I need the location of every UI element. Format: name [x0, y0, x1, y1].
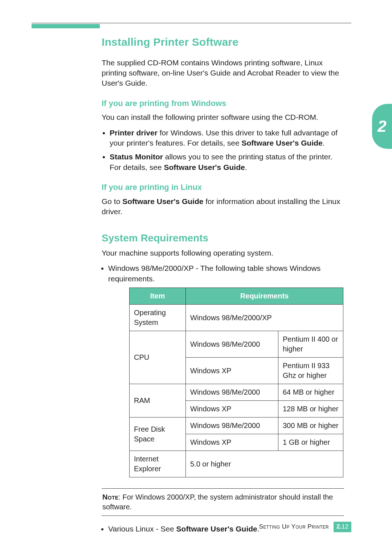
windows-bullet-2: Status Monitor allows you to see the pri… — [110, 152, 344, 172]
table-row: Free Disk Space Windows 98/Me/2000 300 M… — [130, 417, 343, 434]
cell-os: Windows XP — [186, 358, 278, 384]
requirements-table: Item Requirements Operating System Windo… — [129, 288, 343, 477]
cell-os: Windows XP — [186, 401, 278, 417]
cell-req: Pentium II 933 Ghz or higher — [278, 358, 343, 384]
cell-os: Windows 98/Me/2000 — [186, 331, 278, 358]
cell-os: Windows 98/Me/2000 — [186, 417, 278, 434]
sysreq-intro: Your machine supports following operatin… — [102, 248, 344, 258]
cell-os: Windows 98/Me/2000 — [186, 384, 278, 401]
windows-intro: You can install the following printer so… — [102, 112, 344, 122]
section-title: Installing Printer Software — [102, 35, 344, 50]
section-marker-bar — [32, 24, 100, 28]
cell-item: Internet Explorer — [130, 451, 186, 477]
cell-os: Windows XP — [186, 434, 278, 451]
bold-text: Software User's Guide — [122, 197, 203, 205]
table-row: Operating System Windows 98/Me/2000/XP — [130, 305, 343, 331]
page-footer: Setting Up Your Printer 2.12 — [0, 522, 351, 532]
top-horizontal-rule — [32, 23, 351, 23]
linux-paragraph: Go to Software User's Guide for informat… — [102, 196, 344, 217]
note-box: Note: For Windows 2000/XP, the system ad… — [102, 488, 344, 516]
bold-text: Software User's Guide — [164, 163, 245, 171]
cell-item: Free Disk Space — [130, 417, 186, 451]
body-text: . — [245, 163, 247, 171]
page-chapter: 2. — [336, 523, 342, 530]
note-text: : For Windows 2000/XP, the system admini… — [102, 493, 333, 511]
cell-req: 5.0 or higher — [186, 451, 343, 477]
page-number: 12 — [342, 523, 348, 530]
cell-req: Windows 98/Me/2000/XP — [186, 305, 343, 331]
table-row: Internet Explorer 5.0 or higher — [130, 451, 343, 477]
bold-text: Printer driver — [110, 129, 158, 137]
linux-subheading: If you are printing in Linux — [102, 182, 344, 193]
cell-req: 128 MB or higher — [278, 401, 343, 417]
table-header-row: Item Requirements — [130, 288, 343, 305]
page-content: Installing Printer Software The supplied… — [102, 35, 344, 538]
windows-bullet-1: Printer driver for Windows. Use this dri… — [110, 128, 344, 148]
th-requirements: Requirements — [186, 288, 343, 305]
cell-item: CPU — [130, 331, 186, 384]
table-row: RAM Windows 98/Me/2000 64 MB or higher — [130, 384, 343, 401]
chapter-number: 2 — [377, 115, 386, 137]
windows-bullet-list: Printer driver for Windows. Use this dri… — [102, 128, 344, 172]
cell-item: RAM — [130, 384, 186, 417]
page-number-badge: 2.12 — [334, 522, 351, 532]
sysreq-bullet-1: Windows 98/Me/2000/XP - The following ta… — [108, 263, 344, 284]
note-label: Note — [102, 493, 118, 501]
cell-req: Pentium II 400 or higher — [278, 331, 343, 358]
table-row: CPU Windows 98/Me/2000 Pentium II 400 or… — [130, 331, 343, 358]
body-text: Go to — [102, 197, 122, 205]
cell-req: 300 MB or higher — [278, 417, 343, 434]
sysreq-heading: System Requirements — [102, 231, 344, 245]
cell-req: 64 MB or higher — [278, 384, 343, 401]
bold-text: Status Monitor — [110, 152, 163, 161]
th-item: Item — [130, 288, 186, 305]
footer-section-label: Setting Up Your Printer — [259, 523, 329, 530]
chapter-thumb-tab: 2 — [372, 104, 392, 149]
intro-paragraph: The supplied CD-ROM contains Windows pri… — [102, 58, 344, 89]
cell-item: Operating System — [130, 305, 186, 331]
sysreq-bullet-list: Windows 98/Me/2000/XP - The following ta… — [100, 263, 344, 284]
cell-req: 1 GB or higher — [278, 434, 343, 451]
body-text: . — [323, 139, 325, 147]
windows-subheading: If you are printing from Windows — [102, 98, 344, 109]
bold-text: Software User's Guide — [242, 139, 323, 147]
